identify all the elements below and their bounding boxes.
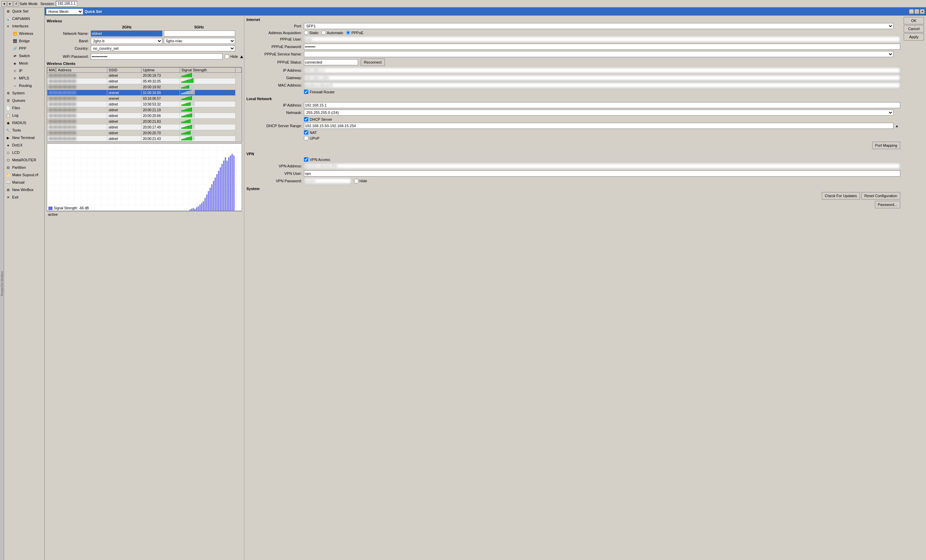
band-2ghz-select[interactable]: 2ghz-b (91, 38, 162, 44)
sidebar-label-tools: Tools (12, 128, 21, 132)
sidebar-item-metarouter[interactable]: ⬡ MetaROUTER (4, 156, 44, 164)
sidebar-item-bridge[interactable]: 🌉 Bridge (4, 37, 44, 45)
local-ip-field[interactable] (304, 102, 900, 108)
sidebar-item-tools[interactable]: 🔧 Tools (4, 127, 44, 134)
table-row[interactable]: 00:00:00:00:00:00oldnet20:00:17.49 (47, 124, 242, 130)
vpn-hide-checkbox[interactable] (354, 179, 359, 183)
sidebar-item-files[interactable]: 📄 Files (4, 104, 44, 112)
sidebar-item-make-supout[interactable]: 📁 Make Supout.rif (4, 171, 44, 178)
sidebar-item-partition[interactable]: ⊟ Partition (4, 164, 44, 171)
vpn-hide-row[interactable]: Hide (354, 179, 367, 183)
ok-button[interactable]: OK (904, 17, 924, 24)
sidebar-item-radius[interactable]: ◉ RADIUS (4, 119, 44, 127)
band-5ghz-select[interactable]: 5ghz-n/ac (164, 38, 236, 44)
check-updates-button[interactable]: Check For Updates (822, 192, 860, 199)
sidebar-item-dot1x[interactable]: ● Dot1X (4, 141, 44, 149)
sidebar-item-routing[interactable]: ↔ Routing (4, 82, 44, 89)
pppoe-user-input[interactable] (304, 36, 900, 42)
sidebar-item-lcd[interactable]: □ LCD (4, 149, 44, 156)
hide-password-checkbox[interactable] (225, 54, 229, 59)
upnp-row[interactable]: UPnP (304, 136, 319, 140)
sidebar-item-exit[interactable]: ✕ Exit (4, 193, 44, 201)
nat-checkbox[interactable] (304, 130, 308, 134)
nat-row[interactable]: NAT (304, 130, 317, 134)
home-mesh-dropdown[interactable]: Home Mesh (46, 9, 83, 15)
pppoe-service-select[interactable] (304, 51, 894, 57)
sidebar-item-wireless[interactable]: 📶 Wireless (4, 30, 44, 37)
vpn-access-checkbox[interactable] (304, 157, 308, 162)
table-row[interactable]: 00:00:00:00:00:00oldnet20:00:21.83 (47, 119, 242, 124)
sidebar-item-mpls[interactable]: ≡ MPLS (4, 74, 44, 82)
network-name-2ghz[interactable] (91, 30, 162, 36)
close-button[interactable]: ✕ (920, 9, 924, 14)
port-select[interactable]: SFP1 (304, 23, 894, 29)
country-select[interactable]: no_country_set (91, 45, 235, 51)
back-button[interactable]: ◄ (2, 1, 7, 6)
acq-automatic-radio[interactable] (322, 30, 326, 35)
collapse-wireless-button[interactable]: ▲ (239, 54, 242, 59)
table-row[interactable]: 00:00:00:00:00:00oldnet05:49:32.05 (47, 78, 242, 84)
minimize-button[interactable]: _ (909, 9, 914, 14)
pppoe-password-input[interactable] (304, 44, 900, 50)
sidebar-item-ip[interactable]: ⊹ IP (4, 67, 44, 74)
table-row[interactable]: 00:00:00:00:00:00oldnet20:00:21.43 (47, 136, 242, 142)
cancel-button[interactable]: Cancel (904, 25, 924, 32)
table-row[interactable]: 00:00:00:00:00:00oldnet20:00:19.73 (47, 73, 242, 78)
dhcp-server-checkbox[interactable] (304, 117, 308, 121)
vpn-access-row[interactable]: VPN Access (304, 157, 330, 162)
sidebar-item-ppp[interactable]: 🔗 PPP (4, 45, 44, 52)
password-button[interactable]: Password... (875, 201, 900, 208)
col-ssid[interactable]: SSID (107, 68, 141, 73)
sidebar-label-mpls: MPLS (19, 76, 29, 80)
dhcp-server-row[interactable]: DHCP Server (304, 117, 332, 121)
sidebar-item-queues[interactable]: ☰ Queues (4, 97, 44, 104)
port-mapping-button[interactable]: Port Mapping (872, 142, 900, 149)
col-mac[interactable]: MAC Address (47, 68, 107, 73)
acq-pppoe-radio[interactable] (346, 30, 350, 35)
table-row[interactable]: 00:00:00:00:00:00oldnet20:00:20.66 (47, 113, 242, 119)
sidebar-item-mesh[interactable]: ◈ Mesh (4, 59, 44, 67)
upnp-checkbox[interactable] (304, 136, 308, 140)
sidebar-item-manual[interactable]: 📖 Manual (4, 178, 44, 186)
reset-config-button[interactable]: Reset Configuration (861, 192, 900, 199)
client-mac: 00:00:00:00:00:00 (47, 107, 107, 113)
maximize-button[interactable]: □ (914, 9, 919, 14)
dhcp-range-expand[interactable]: ▲ (894, 124, 900, 128)
sidebar-item-interfaces[interactable]: ≡ Interfaces (4, 22, 44, 30)
table-row[interactable]: 00:00:00:00:00:00oldnet20:00:20.70 (47, 130, 242, 136)
hide-password-row[interactable]: Hide (225, 54, 238, 59)
table-row[interactable]: 00:00:00:00:00:00oldnet10:58:53.32 (47, 101, 242, 107)
client-mac: 00:00:00:00:00:00 (47, 124, 107, 130)
sidebar-item-log[interactable]: 📋 Log (4, 112, 44, 119)
vpn-password-field[interactable] (304, 178, 351, 184)
acq-static-radio[interactable] (304, 30, 308, 35)
acq-static-option[interactable]: Static (304, 30, 319, 35)
firewall-router-checkbox[interactable] (304, 90, 308, 94)
network-name-5ghz[interactable] (164, 30, 236, 36)
col-signal[interactable]: Signal Strength (180, 68, 235, 73)
reconnect-button[interactable]: Reconnect (361, 59, 385, 66)
sidebar-item-new-winbox[interactable]: ⊞ New WinBox (4, 186, 44, 193)
wifi-password-input[interactable] (91, 53, 223, 59)
svg-rect-9 (219, 168, 221, 211)
sidebar-label-quick-set: Quick Set (12, 9, 29, 13)
sidebar-item-new-terminal[interactable]: ▶ New Terminal (4, 134, 44, 141)
acq-automatic-option[interactable]: Automatic (322, 30, 343, 35)
dhcp-range-field[interactable] (304, 123, 894, 129)
table-row[interactable]: 00:00:00:00:00:00oldnet20:00:21.19 (47, 107, 242, 113)
vpn-user-field[interactable] (304, 171, 900, 177)
table-row[interactable]: 00:00:00:00:00:00oldnet20:00:19.92 (47, 84, 242, 90)
apply-button[interactable]: Apply (904, 33, 924, 41)
sidebar-item-system[interactable]: ⚙ System (4, 89, 44, 97)
forward-button[interactable]: ► (8, 1, 13, 6)
netmask-select[interactable]: 255.255.255.0 (/24) (304, 110, 894, 116)
refresh-button[interactable]: ↺ (14, 1, 19, 6)
acq-pppoe-option[interactable]: PPPoE (346, 30, 363, 35)
sidebar-item-capsman[interactable]: 📡 CAPsMAN (4, 15, 44, 22)
table-row[interactable]: 00:00:00:00:00:00onenet01:00:34.89 (47, 90, 242, 96)
sidebar-item-quick-set[interactable]: ⊞ Quick Set (4, 8, 44, 15)
firewall-router-row[interactable]: Firewall Router (304, 90, 335, 94)
table-row[interactable]: 00:00:00:00:00:00onenet03:16:06.57 (47, 96, 242, 101)
col-uptime[interactable]: Uptime (141, 68, 180, 73)
sidebar-item-switch[interactable]: ⇄ Switch (4, 52, 44, 59)
